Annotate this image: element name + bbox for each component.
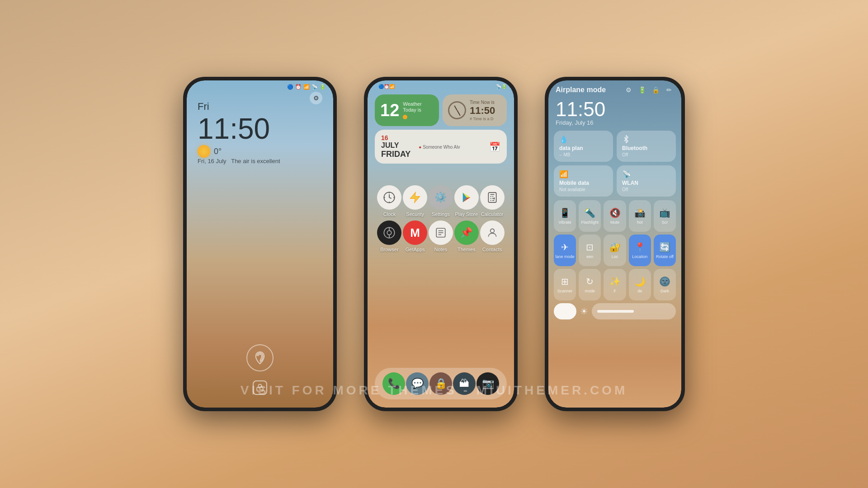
cc-airplane-toggle[interactable]: ✈ lane mode — [554, 235, 576, 266]
dock-messages[interactable]: 💬 — [406, 372, 429, 395]
lock-info: ⚙ Fri 11:50 0° Fri, 16 July The air is e… — [187, 92, 333, 164]
clock-sub: # Time is a D — [470, 117, 501, 121]
weather-dot — [403, 115, 407, 119]
lock-time: 11:50 — [198, 114, 322, 143]
cc-lock-toggle[interactable]: 🔐 Loc — [604, 235, 626, 266]
clock-widget[interactable]: Time Now is 11:50 # Time is a D — [443, 94, 507, 126]
svg-point-23 — [387, 230, 392, 235]
cc-wlan-sub: Off — [622, 187, 670, 192]
app-settings[interactable]: ⚙️ Settings — [428, 185, 453, 217]
app-getapps[interactable]: M GetApps — [402, 221, 428, 252]
cc-quick-row1: 📳 Vibrate 🔦 Flashlight 🔇 Mute 📸 hot 📺 Sc… — [548, 200, 681, 232]
cc-flashlight-toggle[interactable]: 🔦 Flashlight — [579, 200, 601, 232]
app-clock[interactable]: Clock — [377, 185, 402, 217]
dock-camera[interactable]: 📷 — [476, 372, 499, 395]
cc-edit-icon[interactable]: ✏ — [664, 85, 674, 95]
rotate-icon: 🔄 — [659, 242, 670, 253]
bluetooth-icon: 🔵 — [287, 84, 293, 90]
cc-data-sub: -- MB — [559, 152, 608, 157]
cal-month: JULY — [381, 141, 399, 150]
notes-app-icon — [429, 221, 453, 245]
fingerprint-icon[interactable] — [246, 344, 274, 371]
browser-app-icon — [377, 221, 401, 245]
dock-gallery[interactable]: 🏔 — [453, 372, 476, 395]
lock-day: Fri — [198, 101, 322, 113]
cc-mobile-header: 📶 — [559, 170, 608, 179]
dark-label: Dark — [660, 289, 669, 293]
cc-de-toggle[interactable]: 🌙 de — [629, 269, 651, 300]
cc-bt-sub: Off — [622, 152, 670, 157]
app-contacts[interactable]: Contacts — [480, 221, 505, 252]
settings-icon[interactable]: ⚙ — [310, 92, 322, 104]
calculator-label: Calculator — [481, 211, 504, 217]
cc-mode-toggle[interactable]: ↻ mode — [579, 269, 601, 300]
cc-wlan-header: 📡 — [622, 170, 670, 179]
status-bar-2: 🔵⏰📶 📡🔋 — [368, 80, 514, 91]
cal-date: 16 JULY FRIDAY — [381, 134, 410, 159]
cc-location-toggle[interactable]: 📍 Location — [629, 235, 651, 266]
app-browser[interactable]: Browser — [377, 221, 402, 252]
browser-label: Browser — [380, 247, 398, 252]
cc-tiles-row1: 💧 data plan -- MB Bluetooth Off — [554, 131, 676, 162]
cc-vibrate-toggle[interactable]: 📳 Vibrate — [554, 200, 576, 232]
mode-label: mode — [585, 289, 595, 293]
mute-icon: 🔇 — [609, 207, 621, 218]
app-themes[interactable]: 📌 Themes — [454, 221, 479, 252]
scanner-label: Scanner — [557, 289, 573, 293]
cc-bluetooth-tile[interactable]: Bluetooth Off — [617, 131, 676, 162]
lock-label: Loc — [612, 254, 618, 259]
security-label: Security — [406, 211, 424, 217]
screenshot-label: hot — [637, 220, 643, 225]
clock-label: Clock — [383, 211, 396, 217]
cc-lock-icon: 🔒 — [651, 85, 660, 95]
cc-brightness[interactable]: ☀ — [548, 300, 681, 319]
cc-time: 11:50 — [556, 99, 674, 119]
cc-mute-toggle[interactable]: 🔇 Mute — [604, 200, 626, 232]
fingerprint-area[interactable] — [246, 344, 274, 371]
app-playstore[interactable]: Play Store — [454, 185, 479, 217]
cc-f-toggle[interactable]: ✨ F — [604, 269, 626, 300]
air-quality: The air is excellent — [231, 158, 280, 164]
cc-scanner-toggle[interactable]: ⊞ Scanner — [554, 269, 576, 300]
weather-widget[interactable]: 12 Weather Today is — [375, 94, 439, 126]
getapps-app-icon: M — [403, 221, 427, 245]
widgets-row1: 12 Weather Today is Time Now is 11:50 — [375, 94, 507, 126]
dock-safe[interactable]: 🔒 — [429, 372, 452, 395]
cc-screenshot-toggle[interactable]: 📸 hot — [629, 200, 651, 232]
cc-quick-row2: ✈ lane mode ⊡ een 🔐 Loc 📍 Location 🔄 Rot… — [548, 235, 681, 266]
cc-dark-toggle[interactable]: 🌚 Dark — [654, 269, 676, 300]
app-notes[interactable]: Notes — [428, 221, 453, 252]
app-security[interactable]: Security — [402, 185, 428, 217]
cc-rotate-toggle[interactable]: 🔄 Rotate off — [654, 235, 676, 266]
cc-mobile-sub: Not available — [559, 187, 608, 192]
brightness-bar[interactable] — [592, 303, 676, 319]
svg-point-30 — [490, 229, 494, 233]
cc-settings-icon[interactable]: ⚙ — [623, 85, 633, 95]
contacts-label: Contacts — [482, 247, 502, 252]
app-row-1: Clock Security ⚙️ Settings — [377, 185, 505, 217]
brightness-fill — [597, 310, 634, 313]
alarm-icon: ⏰ — [295, 84, 302, 90]
scanner-icon: ⊞ — [561, 276, 569, 287]
app-calculator[interactable]: Calculator — [480, 185, 505, 217]
cc-wlan-tile[interactable]: 📡 WLAN Off — [617, 165, 676, 197]
clock-title: Time Now is — [470, 100, 501, 105]
screen2-icon: ⊡ — [586, 242, 594, 253]
cc-date: Friday, July 16 — [556, 119, 674, 126]
dock-phone[interactable]: 📞 — [382, 372, 405, 395]
f-label: F — [613, 289, 616, 293]
screenshot-icon: 📸 — [634, 207, 646, 218]
screen2-label: een — [586, 254, 593, 259]
cc-data-plan-tile[interactable]: 💧 data plan -- MB — [554, 131, 613, 162]
cc-screen2-toggle[interactable]: ⊡ een — [579, 235, 601, 266]
cc-mobile-tile[interactable]: 📶 Mobile data Not available — [554, 165, 613, 197]
weather-info: Weather Today is — [403, 101, 434, 119]
lock-date: Fri, 16 July The air is excellent — [198, 158, 322, 164]
airplane-icon: ✈ — [561, 242, 569, 253]
cc-white-btn[interactable] — [554, 303, 576, 319]
lock-icon[interactable] — [253, 380, 267, 395]
cc-screen-toggle[interactable]: 📺 Scr — [654, 200, 676, 232]
cc-data-header: 💧 — [559, 135, 608, 144]
calendar-widget[interactable]: 16 JULY FRIDAY ● Someone Who Alv 📅 — [375, 130, 507, 164]
lock-weather: 0° — [198, 145, 322, 158]
